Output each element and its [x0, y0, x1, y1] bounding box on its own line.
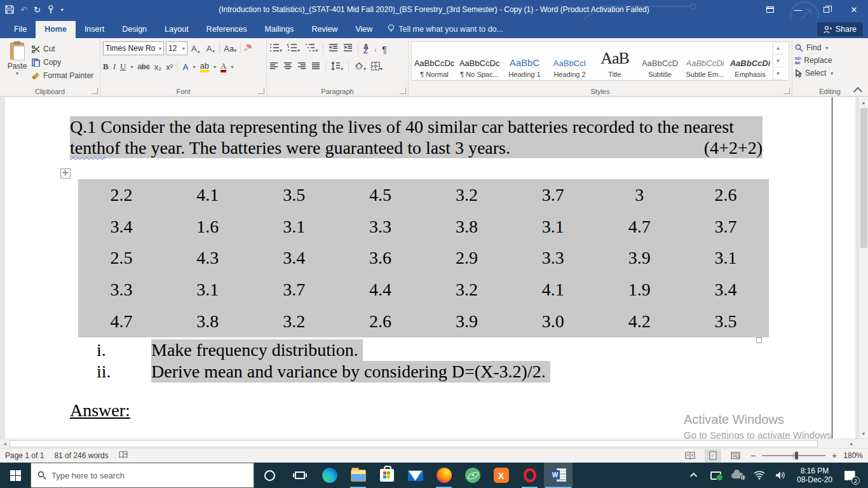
taskbar-xampp[interactable] [487, 463, 515, 488]
proofing-errors-button[interactable] [114, 451, 133, 461]
table-cell[interactable]: 3.4 [251, 243, 337, 274]
font-dialog-launcher[interactable] [258, 88, 264, 94]
taskbar-firefox[interactable] [430, 463, 458, 488]
font-size-combo[interactable]: 12▾ [166, 41, 187, 55]
table-cell[interactable]: 1.6 [165, 211, 251, 243]
underline-caret[interactable]: ▾ [130, 64, 133, 70]
table-cell[interactable]: 3.4 [78, 211, 165, 243]
onedrive-tray-icon[interactable] [728, 463, 747, 488]
table-cell[interactable]: 2.2 [78, 179, 165, 211]
align-right-button[interactable] [297, 62, 306, 73]
font-color-button[interactable]: A [220, 62, 226, 72]
table-cell[interactable]: 4.7 [78, 306, 165, 337]
select-button[interactable]: Select▾ [795, 67, 865, 79]
table-cell[interactable]: 3.9 [424, 306, 510, 337]
zoom-percentage[interactable]: 180% [843, 451, 863, 460]
styles-scroll-up[interactable]: ▲ [773, 42, 783, 55]
style-heading-2[interactable]: AaBbCcIHeading 2 [547, 42, 592, 80]
table-cell[interactable]: 3.0 [510, 306, 596, 337]
sort-button[interactable]: AZ [363, 44, 369, 53]
style-subtitle[interactable]: AaBbCcDSubtitle [637, 42, 682, 80]
table-cell[interactable]: 3.4 [682, 274, 769, 306]
paragraph-dialog-launcher[interactable] [400, 88, 406, 94]
print-layout-button[interactable] [705, 449, 721, 463]
scroll-right-arrow[interactable]: ► [847, 442, 857, 446]
paste-button[interactable]: Paste ▾ [3, 41, 32, 86]
scroll-down-arrow[interactable]: ▼ [859, 428, 868, 438]
question-paragraph[interactable]: Q.1 Consider the data representing the l… [70, 116, 763, 158]
table-cell[interactable]: 3.7 [682, 211, 769, 243]
taskbar-search-box[interactable] [31, 463, 254, 488]
styles-more-button[interactable]: ▼ [773, 67, 783, 80]
tab-references[interactable]: References [198, 21, 256, 38]
table-cell[interactable]: 4.1 [165, 179, 251, 211]
replace-button[interactable]: abac Replace [795, 54, 865, 67]
word-count[interactable]: 81 of 246 words [49, 451, 113, 460]
table-cell[interactable]: 3.7 [251, 274, 337, 306]
shrink-font-button[interactable]: A▼ [205, 43, 218, 54]
find-button[interactable]: Find▾ [795, 41, 865, 54]
tab-review[interactable]: Review [302, 21, 346, 38]
clear-formatting-button[interactable] [243, 43, 253, 54]
show-formatting-button[interactable]: ¶ [382, 44, 387, 55]
style-heading-1[interactable]: AaBbCHeading 1 [502, 42, 547, 80]
line-spacing-button[interactable]: ▾ [331, 62, 343, 73]
tab-view[interactable]: View [346, 21, 381, 38]
table-cell[interactable]: 4.7 [596, 211, 682, 243]
taskbar-file-explorer[interactable] [344, 463, 372, 488]
bullets-button[interactable]: ▾ [269, 43, 282, 55]
taskbar-store[interactable] [372, 463, 401, 488]
web-layout-button[interactable] [728, 449, 744, 463]
italic-button[interactable]: I [113, 62, 116, 72]
tab-layout[interactable]: Layout [156, 21, 198, 38]
taskbar-atom[interactable] [458, 463, 487, 488]
table-cell[interactable]: 3 [596, 179, 682, 211]
style-subtle-em[interactable]: AaBbCcDiSubtle Em... [682, 42, 728, 80]
network-tray-icon[interactable] [750, 463, 769, 488]
table-cell[interactable]: 4.2 [596, 306, 682, 337]
numbering-button[interactable]: ▾ [287, 43, 300, 55]
page-count[interactable]: Page 1 of 1 [0, 451, 49, 460]
action-center-button[interactable]: 2 [839, 463, 860, 488]
table-cell[interactable]: 4.5 [337, 179, 424, 211]
volume-tray-icon[interactable] [771, 463, 790, 488]
search-input[interactable] [51, 471, 229, 480]
minimize-button[interactable]: — [784, 0, 812, 19]
table-cell[interactable]: 2.9 [424, 243, 510, 274]
hidden-icons-button[interactable] [685, 463, 704, 488]
strikethrough-button[interactable]: abc [137, 62, 149, 71]
align-center-button[interactable] [283, 62, 292, 73]
vertical-scroll-thumb[interactable] [860, 108, 867, 248]
justify-button[interactable] [311, 62, 320, 73]
table-cell[interactable]: 3.1 [682, 243, 769, 274]
taskbar-clock[interactable]: 8:16 PM 08-Dec-20 [793, 466, 836, 484]
table-cell[interactable]: 3.8 [165, 306, 251, 337]
underline-button[interactable]: U [120, 62, 126, 72]
table-cell[interactable]: 3.2 [424, 179, 510, 211]
start-button[interactable] [0, 463, 31, 488]
change-case-button[interactable]: Aa▾ [222, 43, 238, 54]
font-name-combo[interactable]: Times New Ro▾ [103, 41, 164, 55]
tab-insert[interactable]: Insert [76, 21, 113, 38]
bold-button[interactable]: B [103, 62, 109, 72]
table-cell[interactable]: 3.8 [424, 211, 510, 243]
vertical-scrollbar[interactable]: ▲ ▼ [858, 97, 868, 438]
clipboard-dialog-launcher[interactable] [92, 88, 98, 94]
cut-button[interactable]: Cut [32, 43, 93, 55]
table-cell[interactable]: 3.3 [78, 274, 165, 306]
security-status-tray-icon[interactable] [707, 463, 726, 488]
taskbar-opera[interactable] [515, 463, 544, 488]
table-cell[interactable]: 2.6 [337, 306, 424, 337]
table-cell[interactable]: 3.5 [682, 306, 769, 337]
highlight-color-button[interactable]: ab [200, 62, 209, 72]
horizontal-scroll-thumb[interactable] [10, 440, 818, 447]
paste-dropdown-caret[interactable]: ▾ [16, 71, 18, 76]
table-cell[interactable]: 3.5 [251, 179, 337, 211]
table-cell[interactable]: 4.4 [337, 274, 424, 306]
cortana-button[interactable] [254, 463, 285, 488]
table-cell[interactable]: 3.2 [424, 274, 510, 306]
format-painter-button[interactable]: Format Painter [32, 70, 93, 81]
answer-heading[interactable]: Answer: [70, 400, 130, 421]
styles-dialog-launcher[interactable] [783, 88, 790, 94]
restore-button[interactable] [812, 0, 840, 19]
